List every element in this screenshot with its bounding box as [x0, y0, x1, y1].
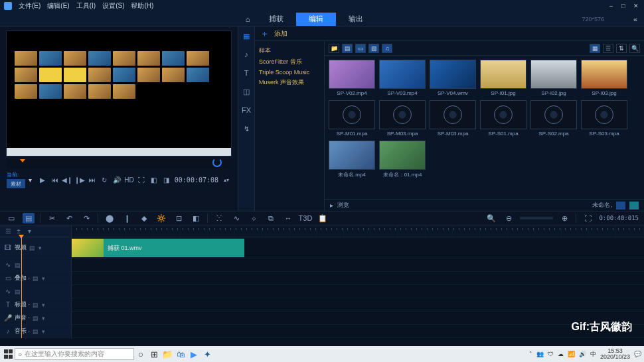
footer-action1-icon[interactable] [616, 202, 625, 210]
browse-icon[interactable]: ▸ [330, 202, 333, 209]
volume-button[interactable]: 🔊 [112, 175, 121, 184]
menu-tools[interactable]: 工具(I) [76, 1, 96, 11]
preview-viewport[interactable] [6, 30, 232, 156]
scrub-bar[interactable] [7, 159, 231, 168]
undo-icon[interactable]: ↶ [63, 213, 75, 223]
track-lock-icon[interactable]: ▾ [39, 245, 45, 251]
app-pin2-icon[interactable]: ✦ [201, 347, 214, 361]
fullscreen-button[interactable]: ⛶ [137, 175, 145, 184]
subtrack-toggle-icon[interactable]: ▤ [15, 262, 21, 269]
marker-icon[interactable]: ◆ [138, 213, 150, 223]
zoom-slider[interactable] [520, 217, 553, 219]
video-clip[interactable]: 捕获 01.wmv [72, 239, 244, 257]
taskview-icon[interactable]: ⊞ [147, 347, 161, 361]
prev-button[interactable]: ⏮ [50, 175, 59, 184]
mark-out-button[interactable]: ◨ [162, 175, 171, 184]
explorer-icon[interactable]: 📁 [161, 347, 174, 361]
tray-people-icon[interactable]: 👥 [536, 351, 544, 357]
asset-item[interactable]: SP-S01.mpa [480, 100, 526, 137]
track-expand-icon[interactable]: ▾ [25, 227, 33, 235]
tab-capture[interactable]: 捕获 [256, 13, 296, 26]
audio-fx-icon[interactable]: ∿ [230, 213, 242, 223]
timeline-view-icon[interactable]: ▤ [23, 213, 35, 223]
taskbar-clock[interactable]: 15:53 2020/10/23 [600, 348, 630, 360]
add-folder-icon[interactable]: ＋ [260, 28, 269, 40]
next-button[interactable]: ⏭ [88, 175, 96, 184]
close-icon[interactable]: ✕ [633, 3, 640, 9]
timecode-step-icon[interactable]: ▴▾ [222, 175, 231, 184]
loop-button[interactable]: ↻ [100, 175, 109, 184]
asset-item[interactable]: SP-I03.jpg [581, 60, 627, 96]
time-ruler[interactable] [72, 225, 644, 237]
zoomout-icon[interactable]: ⊖ [503, 213, 515, 223]
tab-output[interactable]: 输出 [336, 13, 376, 26]
dropdown-icon[interactable]: ▾ [29, 176, 35, 184]
asset-item[interactable]: SP-M03.mpa [379, 100, 426, 137]
step-back-button[interactable]: ◀❙ [62, 175, 72, 184]
redo-icon[interactable]: ↷ [80, 213, 92, 223]
asset-item[interactable]: SP-I02.jpg [530, 60, 577, 96]
group-icon[interactable]: ⧉ [265, 213, 277, 223]
asset-item[interactable]: 未命名.mp4 [329, 141, 375, 178]
asset-item[interactable]: SP-S02.mpa [530, 100, 577, 137]
notifications-icon[interactable]: 💬 [634, 351, 641, 357]
tray-volume-icon[interactable]: 🔊 [579, 351, 586, 357]
mixer-icon[interactable]: ⵘ [213, 213, 225, 223]
step-fwd-button[interactable]: ❙▶ [75, 175, 84, 184]
transition-tool-icon[interactable]: ◫ [241, 86, 252, 97]
3dtitle-icon[interactable]: T3D [299, 213, 311, 223]
asset-item[interactable]: SP-V02.mp4 [329, 60, 375, 96]
asset-item[interactable]: SP-V03.mp4 [379, 60, 426, 96]
fold-icon[interactable]: « [633, 15, 637, 23]
view-thumb-icon[interactable]: ▦ [590, 44, 600, 53]
minimize-icon[interactable]: – [609, 3, 616, 9]
lib-cat-muserk[interactable]: Muserk 声音效果 [259, 77, 320, 88]
tracks-menu-icon[interactable]: ☰ [4, 227, 12, 235]
asset-item[interactable]: SP-V04.wmv [430, 60, 476, 96]
view-list-icon[interactable]: ☰ [603, 44, 613, 53]
crop-icon[interactable]: ⟐ [248, 213, 260, 223]
import-icon[interactable]: 📁 [329, 44, 339, 53]
filter-audio-icon[interactable]: ♫ [382, 44, 392, 53]
lib-cat-scorefitter[interactable]: ScoreFitter 音乐 [259, 56, 320, 68]
record-icon[interactable]: ⬤ [104, 213, 116, 223]
asset-item[interactable]: SP-S03.mpa [581, 100, 627, 137]
menu-settings[interactable]: 设置(S) [102, 1, 124, 11]
maximize-icon[interactable]: □ [621, 3, 628, 9]
start-button[interactable] [3, 348, 15, 360]
menu-edit[interactable]: 编辑(E) [47, 1, 69, 11]
track-toggle-icon[interactable]: ▤ [33, 275, 39, 282]
store-icon[interactable]: 🛍 [174, 347, 187, 361]
tab-home[interactable]: ⌂ [239, 13, 256, 26]
track-mute-icon[interactable]: ▤ [29, 245, 36, 251]
path-tool-icon[interactable]: ↯ [241, 123, 252, 134]
mark-in-button[interactable]: ◧ [149, 175, 159, 184]
cut-icon[interactable]: ✂ [46, 213, 58, 223]
audio-tool-icon[interactable]: ♪ [241, 49, 252, 60]
storyboard-view-icon[interactable]: ▭ [5, 213, 17, 223]
tray-ime-label[interactable]: 中 [590, 350, 596, 359]
sort-icon[interactable]: ⇅ [616, 44, 627, 53]
filter-video-icon[interactable]: ▭ [355, 44, 366, 53]
tab-edit[interactable]: 编辑 [296, 13, 336, 26]
snapshot-icon[interactable]: 🔆 [155, 213, 167, 223]
app-pin1-icon[interactable]: ▶ [187, 347, 201, 361]
tray-cloud-icon[interactable]: ☁ [558, 351, 564, 357]
title-tool-icon[interactable]: T [241, 68, 252, 78]
lib-cat-triple[interactable]: Triple Scoop Music [259, 68, 320, 77]
fx-tool-icon[interactable]: FX [241, 105, 252, 115]
project-dim-icon[interactable]: ⛶ [582, 213, 594, 223]
tray-shield-icon[interactable]: 🛡 [548, 351, 554, 357]
footer-action2-icon[interactable] [629, 202, 639, 210]
scrub-marker-icon[interactable] [20, 159, 25, 162]
filter-all-icon[interactable]: ▤ [342, 44, 353, 53]
source-badge[interactable]: 素材 [7, 179, 25, 188]
search-icon[interactable]: 🔍 [629, 44, 640, 53]
track-head-menu[interactable]: ☰ ± ▾ [0, 225, 72, 237]
playhead[interactable] [21, 237, 22, 338]
play-button[interactable]: ▶ [39, 175, 47, 184]
menu-help[interactable]: 帮助(H) [131, 1, 153, 11]
transition-icon[interactable]: ⊡ [173, 213, 185, 223]
more-icon[interactable]: 📋 [317, 213, 329, 223]
fit-icon[interactable]: ↔ [282, 213, 294, 223]
